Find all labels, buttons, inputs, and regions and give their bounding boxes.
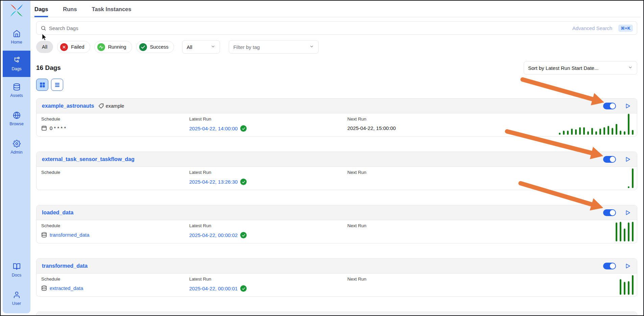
- run-bar[interactable]: [616, 124, 617, 135]
- run-bar[interactable]: [628, 114, 629, 135]
- dag-name-link[interactable]: external_task_sensor_taskflow_dag: [42, 156, 134, 162]
- sidebar-item-dags[interactable]: Dags: [3, 51, 30, 77]
- run-history-sparkline[interactable]: [616, 222, 634, 241]
- next-run-label: Next Run: [347, 116, 396, 122]
- sidebar-item-assets[interactable]: Assets: [3, 79, 30, 102]
- run-bar[interactable]: [591, 128, 593, 135]
- sort-dropdown[interactable]: Sort by Latest Run Start Date...: [524, 61, 637, 75]
- filter-chip-running[interactable]: Running: [94, 41, 132, 53]
- globe-icon: [13, 111, 21, 119]
- sidebar-item-docs[interactable]: Docs: [3, 259, 30, 282]
- latest-run-link[interactable]: 2025-04-22, 13:26:30: [189, 179, 238, 185]
- latest-run-link[interactable]: 2025-04-22, 00:00:01: [189, 286, 238, 291]
- filter-chip-failed[interactable]: Failed: [57, 41, 90, 53]
- latest-run-link[interactable]: 2025-04-22, 00:00:02: [189, 232, 238, 238]
- run-bar[interactable]: [624, 282, 625, 295]
- run-bar[interactable]: [624, 131, 625, 135]
- dag-card-external_task_sensor_taskflow_dag: external_task_sensor_taskflow_dagSchedul…: [36, 152, 637, 190]
- run-bar[interactable]: [628, 186, 629, 188]
- run-bar[interactable]: [616, 222, 617, 241]
- chevron-down-icon: [628, 65, 633, 71]
- run-bar[interactable]: [620, 131, 621, 135]
- run-bar[interactable]: [595, 131, 597, 135]
- success-check-icon: [240, 232, 247, 238]
- tag-filter-select[interactable]: Filter by tag: [229, 40, 319, 54]
- running-status-icon: [97, 43, 105, 51]
- state-select[interactable]: All: [182, 40, 220, 54]
- run-history-sparkline[interactable]: [559, 114, 634, 135]
- run-bar[interactable]: [620, 222, 621, 241]
- dag-name-link[interactable]: example_astronauts: [42, 103, 94, 109]
- home-icon: [13, 30, 21, 37]
- run-bar[interactable]: [632, 222, 634, 241]
- dag-pause-toggle[interactable]: [603, 103, 616, 109]
- run-bar[interactable]: [571, 129, 573, 135]
- run-bar[interactable]: [559, 133, 561, 135]
- run-bar[interactable]: [620, 279, 621, 295]
- tab-task-instances[interactable]: Task Instances: [92, 6, 131, 17]
- tag-icon: [98, 103, 104, 109]
- trigger-dag-button[interactable]: [624, 102, 631, 110]
- run-bar[interactable]: [587, 131, 589, 135]
- schedule-label: Schedule: [41, 116, 66, 122]
- trigger-dag-button[interactable]: [624, 262, 631, 270]
- advanced-search-link[interactable]: Advanced Search: [572, 25, 612, 31]
- database-icon: [13, 83, 21, 91]
- run-bar[interactable]: [567, 131, 569, 135]
- run-bar[interactable]: [583, 127, 585, 135]
- run-bar[interactable]: [632, 275, 634, 295]
- dag-tag[interactable]: example: [98, 103, 124, 109]
- state-select-value: All: [187, 44, 192, 50]
- sidebar-item-label: Home: [11, 40, 22, 45]
- dag-pause-toggle[interactable]: [603, 263, 616, 269]
- dag-card-list: example_astronautsexampleSchedule0 * * *…: [36, 98, 637, 316]
- run-bar[interactable]: [624, 229, 625, 241]
- filter-chip-all[interactable]: All: [36, 41, 53, 53]
- tab-dags[interactable]: Dags: [34, 6, 48, 17]
- schedule-label: Schedule: [41, 276, 83, 282]
- run-bar[interactable]: [579, 127, 581, 135]
- next-run-column: Next Run: [347, 170, 366, 175]
- dag-name-link[interactable]: loaded_data: [42, 210, 73, 216]
- run-bar[interactable]: [612, 128, 613, 135]
- success-check-icon: [240, 285, 247, 292]
- run-bar[interactable]: [632, 168, 634, 188]
- latest-run-column: Latest Run2025-04-22, 14:00:00: [189, 116, 247, 132]
- run-history-sparkline[interactable]: [620, 275, 634, 295]
- play-icon: [625, 263, 631, 269]
- dag-pause-toggle[interactable]: [603, 209, 616, 216]
- dag-name-link[interactable]: transformed_data: [42, 263, 88, 269]
- run-bar[interactable]: [632, 130, 634, 135]
- trigger-dag-button[interactable]: [624, 209, 631, 216]
- book-icon: [13, 263, 21, 270]
- trigger-dag-button[interactable]: [624, 156, 631, 163]
- schedule-value[interactable]: extracted_data: [50, 285, 83, 291]
- run-bar[interactable]: [628, 222, 629, 241]
- sidebar-item-label: Browse: [9, 122, 24, 126]
- sort-dropdown-value: Sort by Latest Run Start Date...: [528, 65, 598, 71]
- chevron-down-icon: [309, 44, 314, 50]
- latest-run-link[interactable]: 2025-04-22, 14:00:00: [189, 126, 238, 131]
- run-bar[interactable]: [575, 129, 577, 135]
- dag-icon: [13, 56, 21, 64]
- sidebar-item-browse[interactable]: Browse: [3, 107, 30, 130]
- search-input[interactable]: [49, 25, 570, 31]
- sidebar-item-home[interactable]: Home: [3, 26, 30, 49]
- run-bar[interactable]: [563, 131, 565, 135]
- sidebar-item-label: Docs: [12, 273, 21, 278]
- filter-chip-success[interactable]: Success: [136, 41, 174, 53]
- grid-view-button[interactable]: [36, 79, 48, 91]
- airflow-logo-icon[interactable]: [9, 3, 24, 18]
- sidebar-item-user[interactable]: User: [3, 287, 30, 310]
- run-history-sparkline[interactable]: [628, 168, 634, 188]
- schedule-value[interactable]: transformed_data: [50, 232, 90, 238]
- run-bar[interactable]: [608, 126, 609, 135]
- run-bar[interactable]: [603, 127, 605, 135]
- run-bar[interactable]: [628, 281, 629, 295]
- dag-pause-toggle[interactable]: [603, 156, 616, 163]
- list-view-button[interactable]: [51, 79, 63, 91]
- tab-runs[interactable]: Runs: [63, 6, 77, 17]
- sidebar-item-admin[interactable]: Admin: [3, 136, 30, 159]
- run-bar[interactable]: [599, 129, 601, 135]
- dag-card-header: example_astronautsexample: [36, 99, 637, 113]
